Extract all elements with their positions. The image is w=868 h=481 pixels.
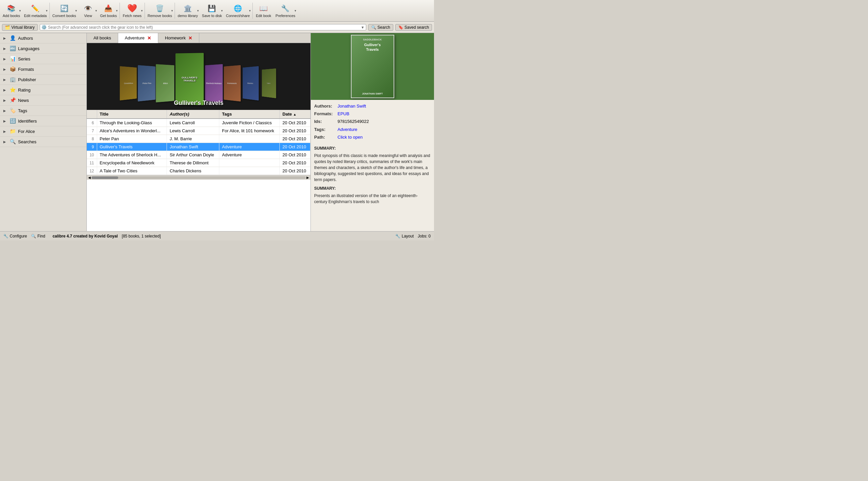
preferences-icon: 🔧	[281, 4, 290, 13]
search-gear-icon[interactable]: ⚙️	[41, 25, 47, 30]
sidebar-item-tags[interactable]: ▶ 🏷️ Tags	[0, 106, 87, 116]
saved-search-button[interactable]: 🔖 Saved search	[395, 24, 432, 31]
book-count: [85 books, 1 selected]	[122, 234, 161, 239]
preferences-button[interactable]: 🔧 Preferences ▼	[273, 1, 297, 20]
detail-tags-val[interactable]: Adventure	[338, 127, 357, 132]
fetch-news-button[interactable]: ❤️ Fetch news ▼	[121, 1, 144, 20]
layout-button[interactable]: 🔧 Layout	[395, 234, 414, 239]
sidebar-item-formats[interactable]: ▶ 📦 Formats	[0, 64, 87, 74]
search-input-wrapper: ⚙️ ▼	[40, 24, 366, 30]
row-author: Lewis Carroll	[167, 127, 219, 135]
convert-books-button[interactable]: 🔄 Convert books ▼	[51, 1, 78, 20]
publisher-arrow: ▶	[3, 78, 7, 82]
identifiers-arrow: ▶	[3, 119, 7, 123]
row-tags	[219, 167, 280, 175]
sidebar-item-languages[interactable]: ▶ 🔤 Languages	[0, 43, 87, 54]
connect-share-label: Connect/share	[226, 14, 250, 18]
jobs-button[interactable]: Jobs: 0	[417, 234, 431, 239]
book-table[interactable]: Title Author(s) Tags Date ▲ 6 Through th…	[87, 110, 310, 231]
search-input[interactable]	[48, 25, 361, 30]
book-card-8[interactable]: Tales	[262, 68, 276, 98]
edit-book-button[interactable]: 📖 Edit book	[253, 1, 273, 20]
detail-tags-row: Tags: Adventure	[314, 127, 431, 132]
table-row[interactable]: 10 The Adventures of Sherlock H... Sir A…	[87, 151, 310, 159]
add-books-button[interactable]: 📚 Add books ▼	[1, 1, 22, 20]
connect-share-arrow: ▼	[248, 9, 251, 12]
tab-adventure[interactable]: Adventure ✕	[118, 33, 158, 43]
col-author[interactable]: Author(s)	[167, 110, 219, 119]
book-card-6[interactable]: Homework	[224, 65, 241, 101]
sidebar-item-identifiers[interactable]: ▶ 🔢 Identifiers	[0, 116, 87, 126]
col-title[interactable]: Title	[97, 110, 167, 119]
search-button[interactable]: 🔍 Search	[368, 24, 393, 31]
demo-library-button[interactable]: 🏛️ demo library ▼	[176, 1, 200, 20]
scroll-right-btn[interactable]: ▶	[306, 176, 310, 179]
sidebar-item-for-alice[interactable]: ▶ 📁 For Alice	[0, 126, 87, 137]
configure-button[interactable]: 🔧 Configure	[3, 234, 27, 239]
formats-label: Formats	[18, 67, 34, 72]
detail-panel: SADDLEBACK Gulliver'sTravels JONATHAN SW…	[310, 33, 434, 231]
news-label: News	[18, 98, 29, 103]
sidebar-item-rating[interactable]: ▶ ⭐ Rating	[0, 85, 87, 95]
rating-icon: ⭐	[9, 87, 16, 93]
detail-authors-val[interactable]: Jonathan Swift	[338, 103, 366, 109]
preferences-arrow: ▼	[294, 9, 297, 12]
book-card-5[interactable]: Sherlock Holmes	[205, 64, 223, 102]
book-card-1[interactable]: Cendrillon	[120, 66, 137, 100]
row-num: 10	[87, 151, 97, 159]
book-card-2[interactable]: Peter Pan	[138, 65, 156, 101]
table-row[interactable]: 12 A Tale of Two Cities Charles Dickens …	[87, 167, 310, 175]
scroll-track	[91, 176, 306, 179]
detail-info: Authors: Jonathan Swift Formats: EPUB Id…	[311, 100, 434, 145]
sidebar-item-authors[interactable]: ▶ 👤 Authors	[0, 33, 87, 43]
languages-arrow: ▶	[3, 47, 7, 51]
search-dropdown-icon[interactable]: ▼	[361, 25, 365, 29]
tab-all-books[interactable]: All books	[87, 33, 118, 43]
detail-path-val[interactable]: Click to open	[338, 134, 363, 140]
summary-text-1: Plot synopsis of this classic is made me…	[314, 153, 431, 183]
find-label: Find	[37, 234, 45, 239]
scroll-thumb[interactable]	[91, 176, 118, 179]
tab-adventure-close[interactable]: ✕	[147, 36, 151, 40]
virtual-library-button[interactable]: 🗂️ Virtual library	[2, 24, 38, 31]
tab-homework-close[interactable]: ✕	[188, 36, 192, 40]
tab-homework[interactable]: Homework ✕	[158, 33, 199, 43]
tags-icon: 🏷️	[9, 107, 16, 114]
col-date[interactable]: Date ▲	[280, 110, 310, 119]
sidebar-item-searches[interactable]: ▶ 🔍 Searches	[0, 137, 87, 147]
sidebar-item-series[interactable]: ▶ 📊 Series	[0, 54, 87, 64]
table-row[interactable]: 11 Encyclopedia of Needlework Therese de…	[87, 159, 310, 167]
formats-icon: 📦	[9, 66, 16, 72]
tab-adventure-label: Adventure	[125, 35, 145, 40]
save-to-disk-button[interactable]: 💾 Save to disk ▼	[200, 1, 224, 20]
table-row[interactable]: 6 Through the Looking-Glass Lewis Carrol…	[87, 119, 310, 127]
edit-metadata-button[interactable]: ✏️ Edit metadata ▼	[22, 1, 49, 20]
book-card-3[interactable]: Alice	[156, 64, 174, 102]
book-card-main[interactable]: GULLIVER'STRAVELS	[176, 53, 204, 105]
searches-arrow: ▶	[3, 140, 7, 144]
sidebar-item-news[interactable]: ▶ 📌 News	[0, 95, 87, 106]
find-button[interactable]: 🔍 Find	[31, 234, 45, 239]
scroll-left-btn[interactable]: ◀	[88, 176, 91, 179]
col-tags[interactable]: Tags	[219, 110, 280, 119]
detail-formats-val[interactable]: EPUB	[338, 111, 349, 117]
table-row[interactable]: 8 Peter Pan J. M. Barrie 20 Oct 2010	[87, 135, 310, 143]
horizontal-scrollbar[interactable]: ◀ ▶	[87, 175, 310, 180]
detail-ids-row: Ids: 9781562549022	[314, 119, 431, 125]
connect-share-button[interactable]: 🌐 Connect/share ▼	[224, 1, 252, 20]
sidebar-item-publisher[interactable]: ▶ 🏢 Publisher	[0, 74, 87, 85]
table-row[interactable]: 7 Alice's Adventures in Wonderl... Lewis…	[87, 127, 310, 135]
get-books-button[interactable]: 📥 Get books ▼	[98, 1, 119, 20]
table-row[interactable]: 9 Gulliver's Travels Jonathan Swift Adve…	[87, 143, 310, 151]
remove-books-button[interactable]: 🗑️ Remove books ▼	[146, 1, 174, 20]
remove-books-arrow: ▼	[170, 9, 173, 12]
view-button[interactable]: 👁️ View ▼	[78, 1, 98, 20]
tab-bar: All books Adventure ✕ Homework ✕	[87, 33, 310, 43]
row-title: Gulliver's Travels	[97, 143, 167, 151]
row-title: A Tale of Two Cities	[97, 167, 167, 175]
identifiers-label: Identifiers	[18, 119, 37, 124]
add-books-icon: 📚	[7, 4, 16, 13]
book-card-7[interactable]: Stories	[243, 66, 259, 100]
detail-ids-val[interactable]: 9781562549022	[338, 119, 369, 125]
add-books-label: Add books	[3, 14, 20, 18]
